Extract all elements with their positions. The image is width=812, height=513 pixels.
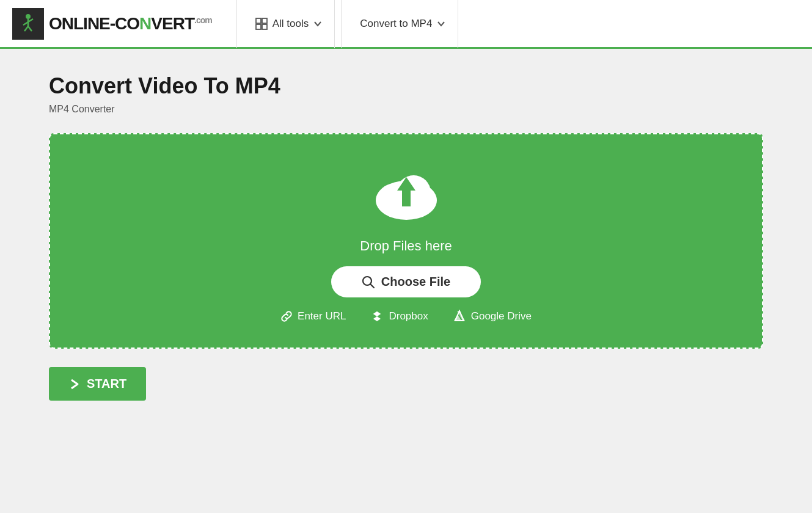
main-content: Convert Video To MP4 MP4 Converter Drop … [0,49,812,425]
chevron-down-icon-2 [437,20,445,28]
logo-icon [12,8,44,40]
nav-divider-1 [236,0,237,48]
svg-rect-6 [256,18,261,23]
dropbox-icon [370,310,384,323]
search-icon [362,275,375,289]
svg-line-16 [370,284,374,288]
svg-marker-18 [373,311,381,316]
all-tools-label: All tools [272,18,309,30]
chevron-right-icon [68,378,81,390]
cloud-upload-icon [370,165,443,226]
convert-to-mp4-label: Convert to MP4 [360,18,432,30]
svg-line-4 [24,26,28,31]
enter-url-option[interactable]: Enter URL [280,310,346,322]
svg-point-13 [412,192,434,214]
svg-line-5 [28,26,32,31]
grid-icon [255,18,268,30]
google-drive-icon [453,310,466,323]
choose-file-button[interactable]: Choose File [331,266,481,297]
link-icon [280,310,293,322]
page-title: Convert Video To MP4 [49,73,763,99]
google-drive-option[interactable]: Google Drive [453,310,532,323]
start-button[interactable]: START [49,367,146,401]
page-subtitle: MP4 Converter [49,104,763,115]
nav-convert-to-mp4[interactable]: Convert to MP4 [348,0,458,48]
svg-rect-8 [256,24,261,29]
drop-files-text: Drop Files here [360,238,452,254]
site-header: ONLINE-CONVERT.com All tools Convert to … [0,0,812,49]
nav-all-tools[interactable]: All tools [243,0,335,48]
svg-rect-9 [262,24,267,29]
nav-divider-2 [341,0,342,48]
chevron-down-icon [313,20,322,28]
svg-rect-7 [262,18,267,23]
logo[interactable]: ONLINE-CONVERT.com [12,8,212,40]
svg-point-0 [26,14,31,19]
dropbox-option[interactable]: Dropbox [370,310,428,323]
source-options: Enter URL Dropbox Google Drive [280,310,532,323]
upload-dropzone[interactable]: Drop Files here Choose File Enter URL [49,133,763,349]
